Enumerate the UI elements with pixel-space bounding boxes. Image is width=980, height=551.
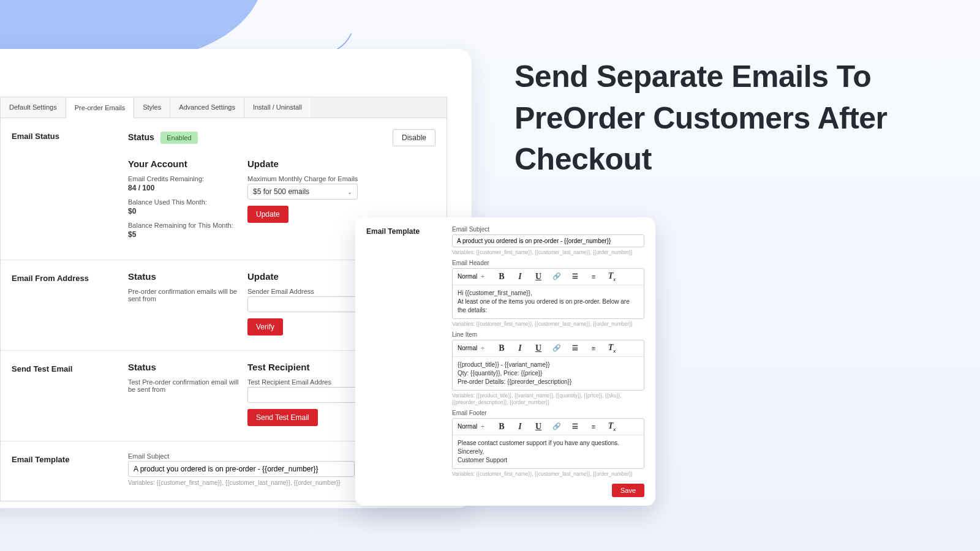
editor-content[interactable]: {{product_title}} - {{variant_name}} Qty… xyxy=(453,357,644,390)
credits-value: 84 / 100 xyxy=(128,184,247,192)
subject-input[interactable] xyxy=(452,234,644,247)
link-icon[interactable]: 🔗 xyxy=(552,344,562,352)
lineitem-line: Qty: {{quantity}}, Price: {{price}} xyxy=(458,369,639,378)
caret-icon: ⌄ xyxy=(347,189,352,195)
tab-bar: Default Settings Pre-order Emails Styles… xyxy=(1,97,447,118)
status-text: Pre-order confirmation emails will be se… xyxy=(128,288,247,302)
link-icon[interactable]: 🔗 xyxy=(552,272,562,280)
balance-remaining-value: $5 xyxy=(128,230,247,239)
section-label: Send Test Email xyxy=(12,362,128,426)
save-button[interactable]: Save xyxy=(612,484,644,497)
update-button[interactable]: Update xyxy=(247,206,288,223)
panel-label: Email Template xyxy=(366,226,452,497)
section-label: Email From Address xyxy=(12,271,128,335)
status-badge: Enabled xyxy=(160,132,197,144)
editor-toolbar: Normal÷ B I U 🔗 ☰ ≡ Tx xyxy=(453,340,644,357)
status-label: Status xyxy=(128,132,154,142)
email-header-label: Email Header xyxy=(452,260,644,266)
footer-line: Sincerely, xyxy=(458,448,639,456)
email-footer-editor: Normal÷ B I U 🔗 ☰ ≡ Tx Please contact cu… xyxy=(452,418,644,469)
section-label: Email Status xyxy=(12,129,128,245)
style-picker[interactable]: Normal÷ xyxy=(458,423,488,430)
sender-email-input[interactable] xyxy=(247,296,358,312)
tab-install-uninstall[interactable]: Install / Uninstall xyxy=(244,97,311,118)
balance-used-label: Balance Used This Month: xyxy=(128,198,247,206)
bold-icon[interactable]: B xyxy=(497,272,507,282)
clear-format-icon[interactable]: Tx xyxy=(607,421,617,432)
style-picker[interactable]: Normal÷ xyxy=(458,345,488,351)
line-item-label: Line Item xyxy=(452,331,644,338)
editor-toolbar: Normal÷ B I U 🔗 ☰ ≡ Tx xyxy=(453,269,644,285)
email-template-panel: Email Template Email Subject Variables: … xyxy=(355,217,655,506)
section-label: Email Template xyxy=(12,452,128,486)
unordered-list-icon[interactable]: ≡ xyxy=(589,423,598,430)
balance-remaining-label: Balance Remaining for This Month: xyxy=(128,222,247,229)
italic-icon[interactable]: I xyxy=(515,343,525,353)
status-heading: Status xyxy=(128,271,247,282)
caret-icon: ÷ xyxy=(481,345,484,351)
subject-label: Email Subject xyxy=(452,226,644,233)
tab-styles[interactable]: Styles xyxy=(134,97,170,118)
footer-line: Customer Support xyxy=(458,456,639,465)
tab-advanced-settings[interactable]: Advanced Settings xyxy=(170,97,244,118)
max-charge-select[interactable]: $5 for 500 emails ⌄ xyxy=(247,184,358,200)
unordered-list-icon[interactable]: ≡ xyxy=(589,273,598,280)
your-account-heading: Your Account xyxy=(128,159,247,169)
status-heading: Status xyxy=(128,362,247,372)
ordered-list-icon[interactable]: ☰ xyxy=(570,344,580,352)
editor-content[interactable]: Please contact customer support if you h… xyxy=(453,435,644,468)
italic-icon[interactable]: I xyxy=(515,272,525,282)
underline-icon[interactable]: U xyxy=(533,422,543,432)
marketing-headline: Send Separate Emails To PreOrder Custome… xyxy=(514,56,980,181)
email-header-editor: Normal÷ B I U 🔗 ☰ ≡ Tx Hi {{customer_fir… xyxy=(452,268,644,319)
link-icon[interactable]: 🔗 xyxy=(552,422,562,430)
ordered-list-icon[interactable]: ☰ xyxy=(570,422,580,430)
editor-content[interactable]: Hi {{customer_first_name}}, At least one… xyxy=(453,285,644,318)
balance-used-value: $0 xyxy=(128,207,247,216)
header-line: At least one of the items you ordered is… xyxy=(458,298,639,315)
credits-label: Email Credits Remaining: xyxy=(128,175,247,182)
disable-button[interactable]: Disable xyxy=(393,129,435,146)
lineitem-line: {{product_title}} - {{variant_name}} xyxy=(458,361,639,369)
header-line: Hi {{customer_first_name}}, xyxy=(458,289,639,298)
verify-button[interactable]: Verify xyxy=(247,318,283,335)
unordered-list-icon[interactable]: ≡ xyxy=(589,345,598,352)
ordered-list-icon[interactable]: ☰ xyxy=(570,272,580,280)
italic-icon[interactable]: I xyxy=(515,422,525,432)
underline-icon[interactable]: U xyxy=(533,272,543,282)
line-item-editor: Normal÷ B I U 🔗 ☰ ≡ Tx {{product_title}}… xyxy=(452,340,644,391)
send-test-button[interactable]: Send Test Email xyxy=(247,409,318,426)
bold-icon[interactable]: B xyxy=(497,422,507,432)
email-footer-label: Email Footer xyxy=(452,410,644,416)
clear-format-icon[interactable]: Tx xyxy=(607,343,617,354)
variables-note: Variables: {{customer_first_name}}, {{cu… xyxy=(452,321,644,328)
lineitem-line: Pre-order Details: {{preorder_descriptio… xyxy=(458,378,639,386)
style-picker[interactable]: Normal÷ xyxy=(458,273,488,280)
underline-icon[interactable]: U xyxy=(533,343,543,353)
footer-line: Please contact customer support if you h… xyxy=(458,439,639,448)
max-charge-value: $5 for 500 emails xyxy=(253,187,309,196)
variables-note: Variables: {{customer_first_name}}, {{cu… xyxy=(452,249,644,256)
max-charge-label: Maximum Monthly Charge for Emails xyxy=(247,175,435,182)
editor-toolbar: Normal÷ B I U 🔗 ☰ ≡ Tx xyxy=(453,419,644,435)
recipient-email-input[interactable] xyxy=(247,387,358,403)
subject-input[interactable] xyxy=(128,461,355,477)
tab-pre-order-emails[interactable]: Pre-order Emails xyxy=(66,98,135,118)
status-text: Test Pre-order confirmation email will b… xyxy=(128,378,247,393)
update-heading: Update xyxy=(247,159,435,169)
variables-note: Variables: {{customer_first_name}}, {{cu… xyxy=(452,471,644,478)
caret-icon: ÷ xyxy=(481,423,484,430)
bold-icon[interactable]: B xyxy=(497,343,507,353)
variables-note: Variables: {{product_title}}, {{variant_… xyxy=(452,392,644,406)
clear-format-icon[interactable]: Tx xyxy=(607,271,617,282)
caret-icon: ÷ xyxy=(481,273,484,280)
tab-default-settings[interactable]: Default Settings xyxy=(1,97,66,118)
